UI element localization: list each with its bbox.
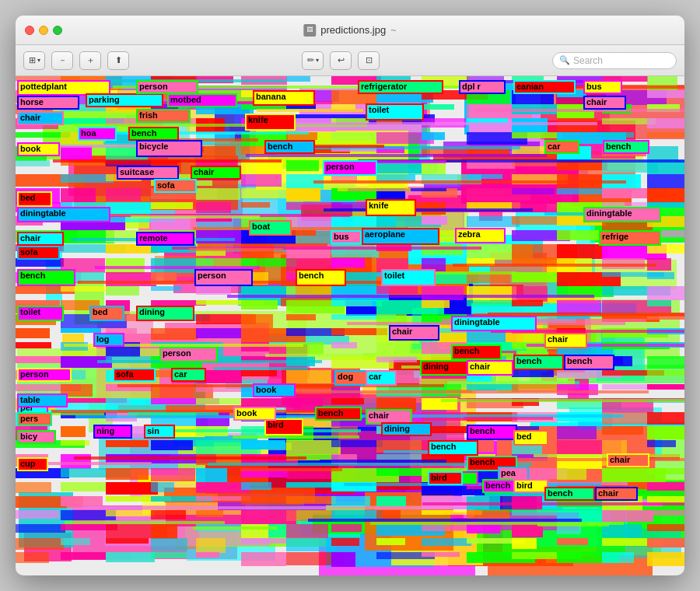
detection-box: knife: [245, 114, 296, 131]
detection-box: frish: [136, 109, 191, 123]
detection-box: person: [323, 160, 377, 176]
detection-box: book: [17, 142, 60, 156]
detection-box: bench: [603, 140, 649, 154]
close-button[interactable]: [25, 26, 34, 35]
detection-box: person: [159, 347, 218, 362]
traffic-lights: [25, 26, 62, 35]
annotate-button[interactable]: ✏ ▾: [302, 51, 324, 70]
detection-box: car: [171, 368, 206, 382]
detection-box: diningtable: [583, 207, 661, 222]
detection-box: bicycle: [136, 140, 202, 157]
detection-box: bed: [513, 430, 548, 446]
detection-box: aeroplane: [362, 228, 439, 245]
sidebar-icon: ⊞: [29, 55, 36, 65]
detection-box: cup: [17, 457, 48, 471]
share-icon: ⬆: [115, 55, 122, 65]
detection-box: dining: [136, 306, 194, 321]
detection-box: bird: [513, 479, 548, 493]
window-title: predictions.jpg: [320, 24, 386, 36]
share-button[interactable]: ⬆: [107, 51, 129, 70]
detection-box: bench: [264, 140, 315, 154]
detection-box: toilet: [366, 103, 424, 121]
detection-box: chair: [583, 96, 626, 110]
detection-box: chair: [389, 325, 439, 341]
detection-box: sofa: [113, 368, 156, 382]
detection-box: zebra: [455, 228, 506, 243]
search-placeholder: Search: [573, 55, 603, 66]
detection-box: bench: [513, 355, 564, 370]
detection-box: diningtable: [451, 316, 537, 331]
maximize-button[interactable]: [53, 26, 62, 35]
detection-box: knife: [366, 199, 416, 216]
detection-box: bench: [128, 127, 179, 141]
file-icon: 🖼: [303, 24, 316, 37]
detection-box: bench: [296, 269, 346, 286]
detection-box: bench: [451, 344, 502, 360]
toolbar: ⊞ ▾ － ＋ ⬆ ✏ ▾ ↩ ⊡ 🔍 Search: [16, 45, 684, 76]
detection-box: sofa: [154, 179, 197, 193]
detection-box: chair: [191, 166, 241, 180]
crop-button[interactable]: ⊡: [358, 51, 380, 70]
detection-box: dog: [334, 370, 369, 386]
detection-box: bus: [331, 230, 362, 244]
zoom-out-button[interactable]: －: [51, 51, 73, 70]
detection-box: car: [366, 370, 397, 386]
detection-box: chair: [17, 232, 64, 246]
image-canvas: pottedplanthorseparkingmotbedbananaperso…: [16, 76, 684, 575]
sidebar-toggle-button[interactable]: ⊞ ▾: [23, 51, 45, 70]
app-window: 🖼 predictions.jpg ~ ⊞ ▾ － ＋ ⬆ ✏ ▾ ↩ ⊡: [16, 16, 684, 575]
zoom-in-icon: ＋: [86, 54, 95, 66]
pen-icon: ✏: [307, 55, 314, 65]
detection-box: suitcase: [117, 166, 179, 180]
detection-box: bench: [315, 407, 362, 421]
crop-icon: ⊡: [366, 55, 373, 65]
detection-box: car: [544, 140, 579, 154]
detection-box: table: [17, 393, 68, 407]
detection-box: person: [194, 269, 253, 286]
detection-box: chair: [467, 360, 513, 376]
detection-box: eanian: [513, 80, 576, 94]
detection-box: chair: [607, 453, 649, 467]
detection-box: pers: [17, 412, 52, 426]
minimize-button[interactable]: [39, 26, 48, 35]
detection-box: remote: [136, 232, 194, 246]
detection-box: book: [233, 407, 276, 421]
detection-box: bench: [564, 355, 614, 370]
detection-box: sofa: [17, 246, 60, 260]
detection-box: bicy: [17, 430, 56, 444]
detection-box: refrige: [599, 230, 661, 246]
detection-box: bird: [264, 418, 303, 435]
detection-box: diningtable: [17, 207, 110, 222]
detection-box: refrigerator: [358, 80, 443, 94]
detection-box: sin: [144, 425, 175, 439]
detection-box: chair: [595, 487, 638, 501]
detection-box: toilet: [381, 269, 436, 286]
detection-box: boat: [249, 220, 292, 236]
detection-box: log: [93, 333, 124, 347]
detection-box: banana: [253, 90, 315, 106]
detection-box: ning: [93, 425, 132, 439]
detection-box: dining: [381, 422, 432, 436]
search-box[interactable]: 🔍 Search: [552, 52, 677, 69]
detection-box: motbed: [167, 93, 237, 107]
detection-box: hoa: [78, 127, 117, 141]
detection-box: bench: [428, 440, 478, 456]
rotate-button[interactable]: ↩: [330, 51, 352, 70]
detection-box: parking: [86, 93, 163, 107]
detection-box: person: [17, 368, 72, 382]
detection-box: bird: [428, 471, 463, 485]
titlebar: 🖼 predictions.jpg ~: [16, 16, 684, 45]
detection-box: book: [253, 383, 296, 397]
detection-box: bed: [89, 306, 124, 321]
detection-box: bus: [583, 80, 622, 94]
window-title-suffix: ~: [390, 24, 397, 36]
window-title-area: 🖼 predictions.jpg ~: [303, 24, 396, 37]
chevron-down-icon: ▾: [37, 57, 40, 64]
detection-box: dpl r: [459, 80, 506, 94]
search-icon: 🔍: [559, 55, 570, 65]
detection-box: bench: [467, 425, 517, 440]
detection-box: horse: [17, 96, 79, 110]
detection-box: chair: [544, 333, 587, 348]
zoom-in-button[interactable]: ＋: [79, 51, 101, 70]
detection-box: bench: [17, 269, 75, 286]
